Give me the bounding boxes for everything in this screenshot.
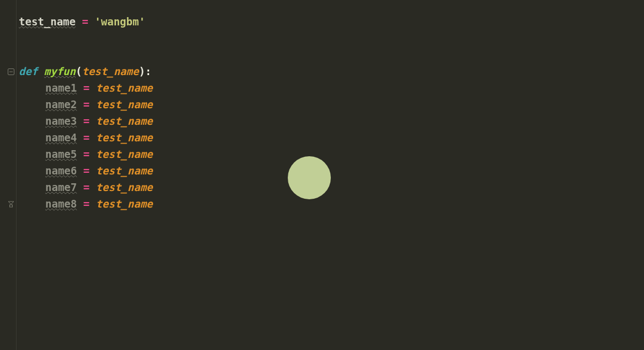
local-variable: name5 bbox=[45, 148, 77, 160]
parameter-reference: test_name bbox=[96, 98, 153, 110]
svg-rect-3 bbox=[10, 205, 13, 207]
parameter-reference: test_name bbox=[96, 165, 153, 177]
string-literal: 'wangbm' bbox=[94, 15, 145, 28]
parameter-reference: test_name bbox=[96, 115, 153, 127]
code-line[interactable]: name1 = test_name bbox=[19, 79, 153, 96]
code-line[interactable]: name4 = test_name bbox=[19, 129, 153, 146]
code-line[interactable]: def myfun(test_name): bbox=[19, 63, 153, 79]
assign-operator: = bbox=[83, 82, 89, 94]
blank-line[interactable] bbox=[19, 46, 153, 63]
code-line[interactable]: name7 = test_name bbox=[19, 179, 153, 195]
code-line[interactable]: name2 = test_name bbox=[19, 96, 153, 113]
local-variable: name7 bbox=[45, 181, 77, 193]
local-variable: name6 bbox=[45, 165, 77, 177]
cursor-indicator bbox=[288, 156, 331, 199]
code-line[interactable]: test_name = 'wangbm' bbox=[19, 13, 153, 30]
colon: : bbox=[145, 65, 151, 77]
assign-operator: = bbox=[83, 115, 89, 127]
function-name: myfun bbox=[44, 65, 76, 77]
local-variable: name2 bbox=[45, 98, 77, 110]
assign-operator: = bbox=[83, 165, 89, 177]
parameter-reference: test_name bbox=[96, 148, 153, 160]
local-variable: name1 bbox=[45, 82, 77, 94]
code-line[interactable]: name8 = test_name bbox=[19, 195, 153, 212]
assign-operator: = bbox=[83, 131, 89, 144]
fold-end-icon[interactable] bbox=[8, 201, 14, 208]
assign-operator: = bbox=[83, 181, 89, 193]
open-paren: ( bbox=[76, 65, 82, 77]
parameter-reference: test_name bbox=[96, 131, 153, 144]
assign-operator: = bbox=[83, 148, 89, 160]
blank-line[interactable] bbox=[19, 30, 153, 46]
assign-operator: = bbox=[83, 198, 89, 210]
code-editor[interactable]: test_name = 'wangbm' def myfun(test_name… bbox=[19, 13, 153, 212]
svg-marker-2 bbox=[8, 201, 14, 204]
code-line[interactable]: name3 = test_name bbox=[19, 113, 153, 129]
def-keyword: def bbox=[19, 65, 38, 77]
editor-gutter bbox=[0, 0, 17, 350]
assign-operator: = bbox=[82, 15, 88, 28]
parameter-reference: test_name bbox=[96, 198, 153, 210]
parameter: test_name bbox=[82, 65, 139, 77]
assign-operator: = bbox=[83, 98, 89, 110]
close-paren: ) bbox=[139, 65, 145, 77]
local-variable: name8 bbox=[45, 198, 77, 210]
local-variable: name4 bbox=[45, 131, 77, 144]
code-line[interactable]: name6 = test_name bbox=[19, 162, 153, 179]
local-variable: name3 bbox=[45, 115, 77, 127]
variable-name: test_name bbox=[19, 15, 76, 28]
parameter-reference: test_name bbox=[96, 82, 153, 94]
fold-minus-icon[interactable] bbox=[8, 68, 14, 75]
parameter-reference: test_name bbox=[96, 181, 153, 193]
code-line[interactable]: name5 = test_name bbox=[19, 146, 153, 162]
